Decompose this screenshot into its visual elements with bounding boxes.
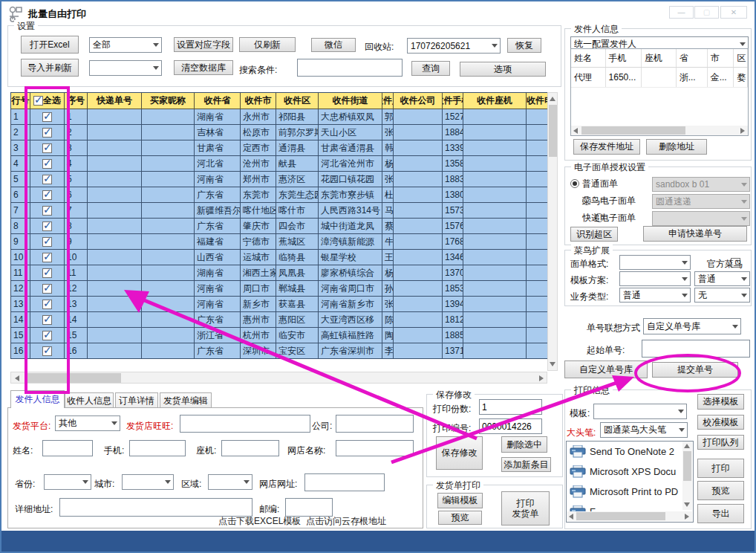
row-checkbox[interactable] (42, 331, 52, 340)
vscroll-thumb[interactable] (549, 105, 557, 157)
template-select[interactable] (593, 404, 687, 419)
wangwang-input[interactable] (180, 415, 310, 433)
mobile-input[interactable] (129, 440, 186, 456)
company-input[interactable] (336, 415, 414, 433)
row-checkbox[interactable] (42, 143, 52, 153)
edit-template-button[interactable]: 编辑模板 (437, 493, 483, 508)
refresh-only-button[interactable]: 仅刷新 (239, 37, 296, 52)
radio-cainiao-sheet-label[interactable]: 菜鸟电子面单 (582, 195, 636, 207)
scroll-up-icon[interactable] (550, 97, 555, 101)
printer-list[interactable]: Send To OneNote 2Microsoft XPS DocuMicro… (566, 441, 694, 523)
table-row[interactable]: 88广东省肇庆市四会市城中街道龙凤蔡1576 (11, 219, 548, 234)
print-invoice-button[interactable]: 打印 发货单 (501, 491, 550, 525)
row-checkbox[interactable] (42, 284, 52, 294)
apply-tracking-button[interactable]: 申请快递单号 (643, 226, 747, 242)
business-type-select[interactable]: 普通 (619, 288, 691, 303)
printer-item[interactable]: Microsoft Print to PD (567, 482, 693, 502)
column-header-city[interactable]: 收件市 (241, 93, 276, 109)
printer-item[interactable]: Send To OneNote 2 (567, 442, 693, 462)
scroll-up-icon[interactable] (684, 444, 690, 448)
table-row[interactable]: 1010山西省运城市临猗县银星学校王1346 (11, 250, 548, 265)
zip-input[interactable] (285, 498, 333, 517)
row-checkbox[interactable] (42, 112, 52, 122)
row-checkbox[interactable] (42, 221, 52, 231)
table-row[interactable]: 1111湖南省湘西土家族凤凰县廖家桥镇综合杨1370 (11, 265, 548, 281)
column-header-seq[interactable]: 序号 (65, 93, 88, 109)
row-checkbox[interactable] (42, 300, 52, 309)
detect-region-button[interactable]: 识别超区 (570, 227, 618, 242)
recycle-select[interactable]: 170726205621 (407, 38, 501, 54)
row-checkbox[interactable] (42, 268, 52, 278)
table-row[interactable]: 11湖南省永州市祁阳县大忠桥镇双凤郭1527 (11, 109, 548, 125)
calibrate-template-button[interactable]: 校准模板 (697, 415, 744, 430)
minimize-button[interactable]: — (669, 6, 694, 19)
print-queue-button[interactable]: 打印队列 (697, 435, 744, 450)
city-select[interactable] (122, 474, 174, 490)
scroll-down-icon[interactable] (684, 502, 690, 507)
delete-selected-button[interactable]: 删除选中 (501, 436, 547, 453)
printer-vscrollbar[interactable] (682, 442, 692, 510)
table-row[interactable]: 1414广东省惠州市惠阳区大亚湾西区移陈1812 (11, 312, 548, 328)
column-header-district[interactable]: 收件区 (276, 93, 319, 109)
template-plan-select[interactable] (619, 271, 691, 286)
platform-select[interactable]: 其他 (55, 415, 120, 431)
table-row[interactable]: 33甘肃省定西市通渭县甘肃省通渭县韩1339 (11, 140, 548, 156)
column-header-company[interactable]: 收件公司 (394, 93, 443, 109)
cloud-stub-link[interactable]: 点击访问云存根地址 (306, 515, 386, 528)
assoc-mode-select[interactable]: 自定义单号库 (643, 318, 741, 334)
table-row[interactable]: 1515浙江省杭州市临安市高虹镇福胜路陶1885 (11, 328, 548, 343)
radio-normal-sheet-label[interactable]: 普通面单 (582, 178, 618, 190)
save-edit-button[interactable]: 保存修改 (436, 436, 483, 470)
import-refresh-button[interactable]: 导入并刷新 (21, 59, 79, 77)
row-checkbox[interactable] (42, 206, 52, 216)
printer-hscrollbar[interactable] (567, 511, 692, 521)
marker-pen-select[interactable]: 圆通菜鸟大头笔 (600, 422, 688, 438)
empty-select[interactable] (89, 60, 162, 76)
sheet-format-select[interactable] (619, 255, 691, 270)
row-checkbox[interactable] (42, 237, 52, 247)
table-row[interactable]: 77新疆维吾尔喀什地区喀什市人民西路314号马1573 (11, 203, 548, 219)
column-header-extra[interactable]: 收件电话 (527, 93, 548, 109)
printer-item[interactable]: Microsoft XPS Docu (567, 462, 693, 482)
sender-grid-row[interactable]: 代理1650...浙...金...婺 (571, 68, 748, 88)
business-type-right-select[interactable]: 无 (694, 288, 750, 303)
restore-button[interactable]: 恢复 (507, 38, 541, 53)
close-button[interactable]: ✕ (720, 6, 747, 19)
row-checkbox[interactable] (42, 159, 52, 169)
column-header-name[interactable]: 收件人 (382, 93, 394, 109)
scroll-left-icon[interactable] (569, 514, 573, 520)
row-checkbox[interactable] (42, 253, 52, 262)
open-excel-button[interactable]: 打开Excel (21, 36, 79, 54)
address-input[interactable] (59, 498, 252, 517)
row-checkbox[interactable] (42, 315, 52, 325)
options-button[interactable]: 选项 (460, 62, 546, 77)
scroll-down-icon[interactable] (550, 362, 555, 366)
tab-1[interactable]: 收件人信息 (65, 392, 114, 408)
column-header-row_no[interactable]: 行号 (11, 93, 30, 109)
province-select[interactable] (44, 474, 91, 490)
column-header-mobile[interactable]: 收件手机 (443, 93, 463, 109)
column-header-street[interactable]: 收件街道 (319, 93, 382, 109)
shop-name-input[interactable] (336, 440, 414, 456)
print-button[interactable]: 打印 (697, 459, 744, 478)
table-vscrollbar[interactable] (547, 92, 558, 371)
table-row[interactable]: 55河南省郑州市惠济区花园口镇花园张1883 (11, 172, 548, 187)
name-input[interactable] (42, 440, 93, 456)
table-hscrollbar[interactable] (10, 372, 547, 384)
save-sender-address-button[interactable]: 保存发件地址 (573, 139, 640, 155)
row-checkbox[interactable] (42, 190, 52, 200)
set-fields-button[interactable]: 设置对应字段 (174, 37, 233, 52)
shop-url-input[interactable] (304, 473, 385, 491)
printer-vscroll-thumb[interactable] (683, 451, 691, 481)
select-all-checkbox[interactable] (33, 96, 43, 106)
sender-address-grid[interactable]: 姓名手机座机省市区 代理1650...浙...金...婺 (570, 48, 749, 136)
radio-normal-sheet[interactable] (570, 179, 579, 188)
template-plan-right-select[interactable]: 普通 (694, 271, 750, 286)
scroll-left-icon[interactable] (15, 375, 19, 381)
invoice-preview-button[interactable]: 预览 (438, 511, 482, 525)
tab-0[interactable]: 发件人信息 (10, 390, 65, 408)
row-checkbox[interactable] (42, 175, 52, 184)
printer-hscroll-thumb[interactable] (576, 512, 665, 520)
table-row[interactable]: 99福建省宁德市蕉城区漳湾镇新能源牛1768 (11, 234, 548, 250)
tab-2[interactable]: 订单详情 (115, 392, 158, 408)
